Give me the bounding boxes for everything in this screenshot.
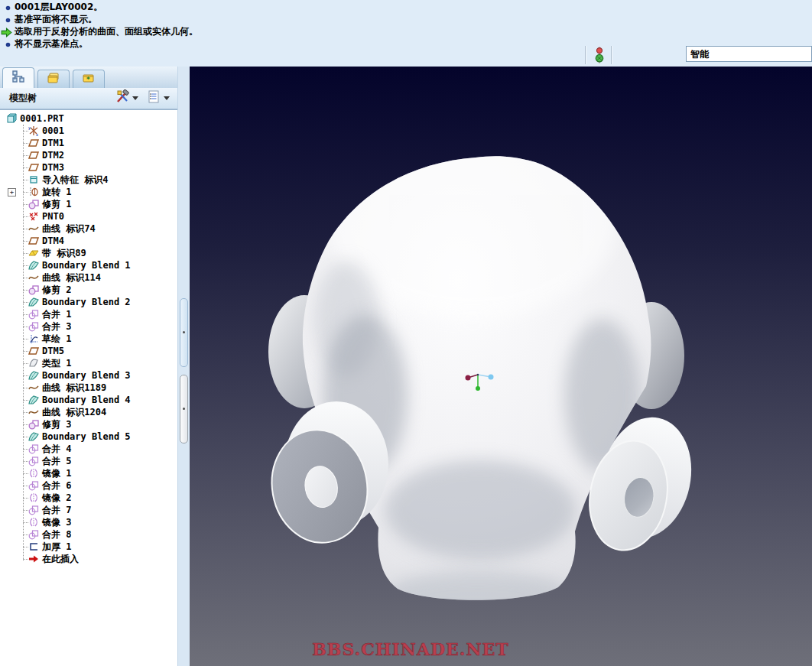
boundary-blend-icon [28,431,39,442]
trim-icon [28,199,39,210]
model-tree-icon [11,70,25,86]
tree-connector [23,216,28,217]
curve-icon [28,223,39,234]
merge-icon [28,529,39,540]
tree-item[interactable]: 修剪 3 [0,418,177,430]
tree-item[interactable]: 曲线 标识74 [0,223,177,235]
boundary-blend-icon [28,370,39,381]
model-tree: 0001.PRTyx0001DTM1DTM2DTM3导入特征 标识4+旋转 1修… [0,109,177,666]
tree-item[interactable]: Boundary Blend 3 [0,369,177,382]
tree-item[interactable]: 合并 3 [0,320,177,333]
tree-item[interactable]: DTM2 [0,149,177,161]
tree-connector [23,327,28,327]
tree-connector [23,143,28,144]
tree-item[interactable]: 类型 1 [0,357,177,369]
tree-item[interactable]: DTM4 [0,235,177,247]
dot-bullet-icon [2,2,14,13]
sash-handle-top[interactable] [180,298,188,367]
tree-item[interactable]: DTM3 [0,161,177,174]
band-icon [28,248,39,258]
tree-item[interactable]: 在此插入 [0,553,177,565]
datum-plane-icon [28,138,39,148]
tree-item[interactable]: 曲线 标识1189 [0,382,177,394]
tree-item-label: DTM5 [42,345,64,357]
tree-item-label: Boundary Blend 5 [42,430,131,443]
expand-plus-icon[interactable]: + [8,188,16,197]
settings-list-icon [146,89,161,108]
tree-connector [23,437,28,437]
tree-item[interactable]: 合并 7 [0,504,177,516]
tree-item[interactable]: 草绘 1 [0,333,177,345]
sash-handle-bottom[interactable] [180,375,188,443]
csys-icon: yx [28,125,39,136]
tree-item[interactable]: DTM1 [0,137,177,149]
tree-item-label: 草绘 1 [42,333,71,345]
curve-icon [28,272,39,283]
part-icon [6,113,17,124]
tree-item-label: 在此插入 [42,553,79,565]
mirror-icon [28,468,39,479]
tree-item-label: 合并 4 [42,443,71,455]
boundary-blend-icon [28,260,39,271]
tree-item[interactable]: Boundary Blend 2 [0,296,177,308]
tree-connector [23,534,28,535]
stoplight-button[interactable] [591,45,608,65]
revolve-icon [28,187,39,197]
tree-connector [23,559,28,560]
message-line: 基准平面将不显示。 [0,13,812,25]
tree-item[interactable]: PNT0 [0,210,177,223]
trim-icon [28,284,39,295]
tree-item[interactable]: 合并 8 [0,528,177,541]
tree-item[interactable]: Boundary Blend 1 [0,259,177,271]
tree-item[interactable]: 加厚 1 [0,541,177,553]
tree-item[interactable]: 合并 6 [0,479,177,492]
viewport-3d[interactable]: BBS.CHINADE.NET [190,67,812,666]
grip-dot-icon [183,331,185,333]
grip-dot-icon [183,408,185,410]
tree-item[interactable]: 合并 1 [0,308,177,320]
tree-item[interactable]: 曲线 标识114 [0,271,177,284]
tree-connector [23,486,28,486]
tree-tools-button[interactable] [115,89,138,108]
tab-favorites[interactable]: * [73,70,105,88]
tree-item-label: 曲线 标识114 [42,271,101,284]
tree-item-label: 曲线 标识1189 [42,382,106,394]
tree-item[interactable]: 合并 5 [0,455,177,467]
tab-folder-browser[interactable] [37,70,70,88]
tree-connector [23,339,28,339]
tree-item[interactable]: 带 标识89 [0,247,177,259]
curve-icon [28,407,39,417]
tree-item-label: Boundary Blend 3 [42,369,131,382]
tree-item-label: PNT0 [42,210,64,223]
tree-item[interactable]: 镜像 3 [0,516,177,528]
tree-item[interactable]: 曲线 标识1204 [0,406,177,418]
datum-plane-icon [28,346,39,356]
tree-item[interactable]: Boundary Blend 4 [0,394,177,406]
svg-text:y: y [28,125,31,131]
message-line: 选取用于反射分析的曲面、面组或实体几何。 [0,25,812,37]
tree-item[interactable]: 修剪 1 [0,198,177,210]
tree-item[interactable]: 镜像 2 [0,492,177,504]
tree-connector [23,314,28,315]
smart-filter-combo[interactable]: 智能 [686,46,812,62]
curve-icon [28,382,39,393]
tree-item[interactable]: Boundary Blend 5 [0,430,177,443]
tree-connector [23,290,28,291]
tree-item[interactable]: DTM5 [0,345,177,357]
tree-item-label: DTM3 [42,161,64,174]
tree-item[interactable]: 修剪 2 [0,284,177,296]
tree-item[interactable]: yx0001 [0,125,177,137]
tree-item[interactable]: 合并 4 [0,443,177,455]
tab-model-tree[interactable] [2,67,34,88]
navigator-title: 模型树 [9,92,115,105]
tree-item[interactable]: 0001.PRT [0,112,177,125]
message-text: 基准平面将不显示。 [15,14,97,24]
tree-settings-button[interactable] [146,89,170,108]
tree-item[interactable]: 导入特征 标识4 [0,174,177,186]
tree-connector [23,131,28,132]
message-text: 选取用于反射分析的曲面、面组或实体几何。 [15,26,198,37]
merge-icon [28,505,39,515]
tree-item[interactable]: +旋转 1 [0,186,177,198]
tree-item[interactable]: 镜像 1 [0,467,177,479]
navigator-tabs: * [0,67,177,88]
